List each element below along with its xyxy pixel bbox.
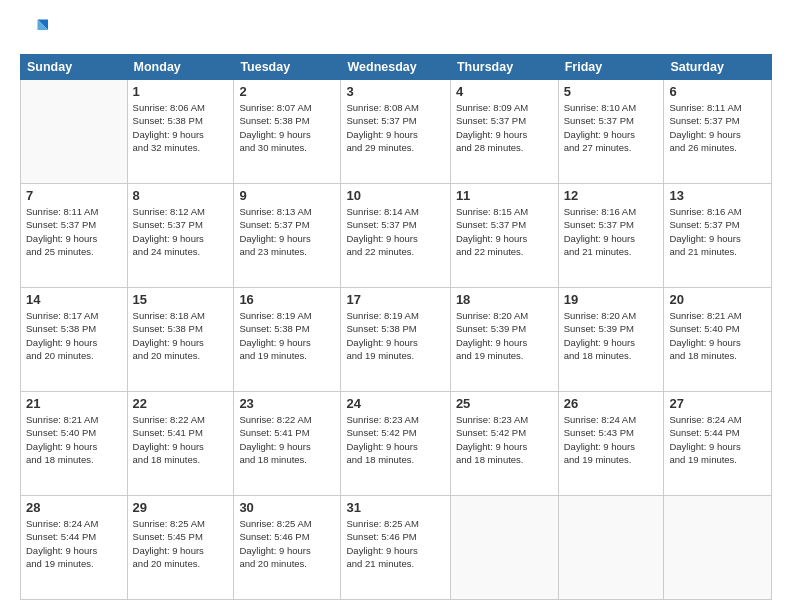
col-header-wednesday: Wednesday (341, 55, 450, 80)
logo (20, 16, 52, 44)
day-cell: 21Sunrise: 8:21 AM Sunset: 5:40 PM Dayli… (21, 392, 128, 496)
day-cell: 13Sunrise: 8:16 AM Sunset: 5:37 PM Dayli… (664, 184, 772, 288)
day-info: Sunrise: 8:20 AM Sunset: 5:39 PM Dayligh… (456, 309, 553, 362)
day-info: Sunrise: 8:11 AM Sunset: 5:37 PM Dayligh… (669, 101, 766, 154)
day-info: Sunrise: 8:25 AM Sunset: 5:45 PM Dayligh… (133, 517, 229, 570)
day-cell: 26Sunrise: 8:24 AM Sunset: 5:43 PM Dayli… (558, 392, 664, 496)
day-number: 4 (456, 84, 553, 99)
day-cell: 31Sunrise: 8:25 AM Sunset: 5:46 PM Dayli… (341, 496, 450, 600)
day-cell: 5Sunrise: 8:10 AM Sunset: 5:37 PM Daylig… (558, 80, 664, 184)
day-number: 1 (133, 84, 229, 99)
day-cell: 23Sunrise: 8:22 AM Sunset: 5:41 PM Dayli… (234, 392, 341, 496)
day-number: 5 (564, 84, 659, 99)
day-number: 22 (133, 396, 229, 411)
day-cell: 10Sunrise: 8:14 AM Sunset: 5:37 PM Dayli… (341, 184, 450, 288)
day-cell (558, 496, 664, 600)
day-cell: 30Sunrise: 8:25 AM Sunset: 5:46 PM Dayli… (234, 496, 341, 600)
col-header-monday: Monday (127, 55, 234, 80)
day-info: Sunrise: 8:11 AM Sunset: 5:37 PM Dayligh… (26, 205, 122, 258)
day-number: 16 (239, 292, 335, 307)
day-number: 14 (26, 292, 122, 307)
week-row-2: 7Sunrise: 8:11 AM Sunset: 5:37 PM Daylig… (21, 184, 772, 288)
week-row-5: 28Sunrise: 8:24 AM Sunset: 5:44 PM Dayli… (21, 496, 772, 600)
day-number: 8 (133, 188, 229, 203)
day-info: Sunrise: 8:07 AM Sunset: 5:38 PM Dayligh… (239, 101, 335, 154)
day-cell: 1Sunrise: 8:06 AM Sunset: 5:38 PM Daylig… (127, 80, 234, 184)
day-info: Sunrise: 8:14 AM Sunset: 5:37 PM Dayligh… (346, 205, 444, 258)
day-info: Sunrise: 8:22 AM Sunset: 5:41 PM Dayligh… (239, 413, 335, 466)
day-number: 17 (346, 292, 444, 307)
day-cell: 25Sunrise: 8:23 AM Sunset: 5:42 PM Dayli… (450, 392, 558, 496)
day-info: Sunrise: 8:13 AM Sunset: 5:37 PM Dayligh… (239, 205, 335, 258)
day-info: Sunrise: 8:08 AM Sunset: 5:37 PM Dayligh… (346, 101, 444, 154)
day-number: 15 (133, 292, 229, 307)
day-info: Sunrise: 8:20 AM Sunset: 5:39 PM Dayligh… (564, 309, 659, 362)
day-cell: 6Sunrise: 8:11 AM Sunset: 5:37 PM Daylig… (664, 80, 772, 184)
day-cell: 4Sunrise: 8:09 AM Sunset: 5:37 PM Daylig… (450, 80, 558, 184)
day-cell: 27Sunrise: 8:24 AM Sunset: 5:44 PM Dayli… (664, 392, 772, 496)
day-cell (450, 496, 558, 600)
day-cell: 8Sunrise: 8:12 AM Sunset: 5:37 PM Daylig… (127, 184, 234, 288)
day-info: Sunrise: 8:25 AM Sunset: 5:46 PM Dayligh… (346, 517, 444, 570)
week-row-4: 21Sunrise: 8:21 AM Sunset: 5:40 PM Dayli… (21, 392, 772, 496)
calendar-header-row: SundayMondayTuesdayWednesdayThursdayFrid… (21, 55, 772, 80)
day-info: Sunrise: 8:16 AM Sunset: 5:37 PM Dayligh… (669, 205, 766, 258)
day-number: 26 (564, 396, 659, 411)
day-cell: 18Sunrise: 8:20 AM Sunset: 5:39 PM Dayli… (450, 288, 558, 392)
page: SundayMondayTuesdayWednesdayThursdayFrid… (0, 0, 792, 612)
day-info: Sunrise: 8:24 AM Sunset: 5:44 PM Dayligh… (669, 413, 766, 466)
day-number: 29 (133, 500, 229, 515)
day-number: 23 (239, 396, 335, 411)
day-number: 25 (456, 396, 553, 411)
day-cell: 3Sunrise: 8:08 AM Sunset: 5:37 PM Daylig… (341, 80, 450, 184)
week-row-1: 1Sunrise: 8:06 AM Sunset: 5:38 PM Daylig… (21, 80, 772, 184)
day-cell: 14Sunrise: 8:17 AM Sunset: 5:38 PM Dayli… (21, 288, 128, 392)
day-number: 21 (26, 396, 122, 411)
day-number: 24 (346, 396, 444, 411)
day-info: Sunrise: 8:12 AM Sunset: 5:37 PM Dayligh… (133, 205, 229, 258)
day-info: Sunrise: 8:22 AM Sunset: 5:41 PM Dayligh… (133, 413, 229, 466)
day-cell: 12Sunrise: 8:16 AM Sunset: 5:37 PM Dayli… (558, 184, 664, 288)
col-header-friday: Friday (558, 55, 664, 80)
day-cell: 20Sunrise: 8:21 AM Sunset: 5:40 PM Dayli… (664, 288, 772, 392)
day-info: Sunrise: 8:23 AM Sunset: 5:42 PM Dayligh… (456, 413, 553, 466)
day-info: Sunrise: 8:09 AM Sunset: 5:37 PM Dayligh… (456, 101, 553, 154)
day-cell: 17Sunrise: 8:19 AM Sunset: 5:38 PM Dayli… (341, 288, 450, 392)
calendar-table: SundayMondayTuesdayWednesdayThursdayFrid… (20, 54, 772, 600)
day-cell (21, 80, 128, 184)
day-number: 20 (669, 292, 766, 307)
day-cell: 15Sunrise: 8:18 AM Sunset: 5:38 PM Dayli… (127, 288, 234, 392)
day-info: Sunrise: 8:24 AM Sunset: 5:44 PM Dayligh… (26, 517, 122, 570)
col-header-thursday: Thursday (450, 55, 558, 80)
day-cell: 28Sunrise: 8:24 AM Sunset: 5:44 PM Dayli… (21, 496, 128, 600)
day-info: Sunrise: 8:10 AM Sunset: 5:37 PM Dayligh… (564, 101, 659, 154)
day-cell (664, 496, 772, 600)
col-header-tuesday: Tuesday (234, 55, 341, 80)
day-cell: 19Sunrise: 8:20 AM Sunset: 5:39 PM Dayli… (558, 288, 664, 392)
day-cell: 2Sunrise: 8:07 AM Sunset: 5:38 PM Daylig… (234, 80, 341, 184)
day-info: Sunrise: 8:06 AM Sunset: 5:38 PM Dayligh… (133, 101, 229, 154)
day-cell: 7Sunrise: 8:11 AM Sunset: 5:37 PM Daylig… (21, 184, 128, 288)
day-number: 30 (239, 500, 335, 515)
day-number: 3 (346, 84, 444, 99)
day-info: Sunrise: 8:15 AM Sunset: 5:37 PM Dayligh… (456, 205, 553, 258)
week-row-3: 14Sunrise: 8:17 AM Sunset: 5:38 PM Dayli… (21, 288, 772, 392)
header (20, 16, 772, 44)
day-info: Sunrise: 8:21 AM Sunset: 5:40 PM Dayligh… (669, 309, 766, 362)
col-header-sunday: Sunday (21, 55, 128, 80)
day-cell: 22Sunrise: 8:22 AM Sunset: 5:41 PM Dayli… (127, 392, 234, 496)
day-number: 27 (669, 396, 766, 411)
day-info: Sunrise: 8:25 AM Sunset: 5:46 PM Dayligh… (239, 517, 335, 570)
day-cell: 11Sunrise: 8:15 AM Sunset: 5:37 PM Dayli… (450, 184, 558, 288)
day-cell: 24Sunrise: 8:23 AM Sunset: 5:42 PM Dayli… (341, 392, 450, 496)
day-number: 11 (456, 188, 553, 203)
day-number: 31 (346, 500, 444, 515)
day-number: 9 (239, 188, 335, 203)
day-cell: 9Sunrise: 8:13 AM Sunset: 5:37 PM Daylig… (234, 184, 341, 288)
col-header-saturday: Saturday (664, 55, 772, 80)
day-number: 28 (26, 500, 122, 515)
day-info: Sunrise: 8:16 AM Sunset: 5:37 PM Dayligh… (564, 205, 659, 258)
day-number: 18 (456, 292, 553, 307)
day-info: Sunrise: 8:18 AM Sunset: 5:38 PM Dayligh… (133, 309, 229, 362)
day-cell: 29Sunrise: 8:25 AM Sunset: 5:45 PM Dayli… (127, 496, 234, 600)
